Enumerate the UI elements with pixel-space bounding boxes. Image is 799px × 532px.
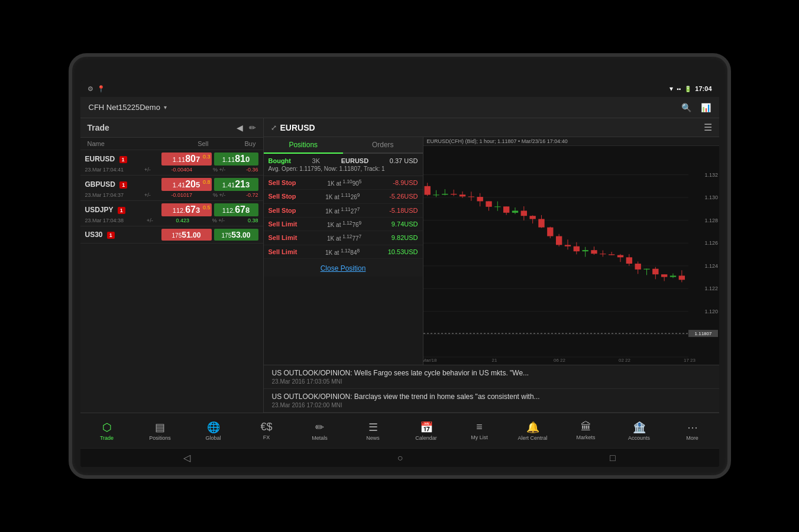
nav-calendar[interactable]: 📅 Calendar	[400, 419, 453, 443]
order-type-0: Sell Stop	[269, 179, 296, 186]
gbpusd-buy-box[interactable]: 1.41213	[214, 178, 258, 191]
title-bar-right: 🔍 📊	[681, 103, 711, 112]
trade-panel: Trade ◀ ✏ Name Sell Buy EURUSD 1	[80, 118, 264, 413]
tab-orders[interactable]: Orders	[343, 137, 423, 153]
collapse-icon[interactable]: ◀	[237, 123, 243, 132]
order-type-2: Sell Stop	[269, 207, 296, 214]
search-icon[interactable]: 🔍	[681, 103, 691, 112]
trade-panel-header: Trade ◀ ✏	[80, 118, 263, 138]
news-meta-0: 23.Mar 2016 17:03:05 MNI	[272, 378, 711, 385]
chart-area: EURUSD(CFH) (Bid); 1 hour; 1.11807 • Mar…	[423, 137, 719, 365]
battery-icon: 🔋	[684, 86, 691, 92]
col-buy: Buy	[209, 140, 256, 147]
nav-more[interactable]: ⋯ More	[666, 419, 719, 443]
news-title-1: US OUTLOOK/OPINION: Barclays view the tr…	[272, 392, 711, 401]
order-row-4[interactable]: Sell Limit 1K at 1.12777 9.82USD	[264, 231, 423, 245]
order-row-3[interactable]: Sell Limit 1K at 1.12769 9.74USD	[264, 218, 423, 231]
order-row-0[interactable]: Sell Stop 1K at 1.10905 -8.9USD	[264, 176, 423, 190]
us30-buy-box[interactable]: 17553.00	[214, 229, 258, 241]
gbpusd-change-abs: -0.01017	[172, 192, 193, 198]
usdjpy-change-pct: 0.38	[248, 218, 258, 223]
eurusd-plusminus: +/-	[144, 167, 151, 173]
close-position-button[interactable]: Close Position	[321, 264, 366, 273]
main-content: Trade ◀ ✏ Name Sell Buy EURUSD 1	[80, 118, 719, 413]
nav-alert-central[interactable]: 🔔 Alert Central	[506, 419, 559, 443]
close-position-container: Close Position	[264, 259, 423, 277]
us30-sell-main: 51.00	[182, 230, 200, 239]
chart-icon[interactable]: 📊	[701, 103, 711, 112]
order-type-3: Sell Limit	[269, 220, 297, 228]
position-info: Bought 3K EURUSD 0.37 USD Avg. Open: 1.1…	[264, 154, 423, 176]
trade-row-us30[interactable]: US30 1 17551.00 17553.00	[80, 226, 263, 244]
expand-arrows-icon: ⤢	[271, 124, 277, 132]
eurusd-buy-box[interactable]: 1.11810	[214, 153, 258, 166]
fx-label: FX	[263, 434, 270, 440]
mylist-icon: ≡	[476, 421, 483, 433]
order-row-1[interactable]: Sell Stop 1K at 1.11269 -5.26USD	[264, 190, 423, 203]
chart-info-bar: EURUSD(CFH) (Bid); 1 hour; 1.11807 • Mar…	[423, 137, 719, 146]
us30-buy-prefix: 175	[222, 232, 232, 239]
news-item-0[interactable]: US OUTLOOK/OPINION: Wells Fargo sees lat…	[264, 365, 719, 389]
tab-positions[interactable]: Positions	[264, 137, 344, 154]
dropdown-icon[interactable]: ▾	[164, 104, 167, 111]
mylist-label: My List	[471, 434, 488, 440]
recents-button[interactable]: □	[610, 453, 616, 463]
metals-label: Metals	[312, 435, 328, 441]
gbpusd-date: 23.Mar 17:04:37	[85, 192, 124, 198]
nav-markets[interactable]: 🏛 Markets	[559, 419, 613, 443]
fx-icon: €$	[260, 421, 272, 433]
gbpusd-symbol: GBPUSD 1	[85, 180, 161, 189]
us30-sell-box[interactable]: 17551.00	[161, 229, 212, 241]
home-button[interactable]: ○	[397, 453, 403, 463]
markets-label: Markets	[576, 434, 595, 440]
status-right: ▾ ▪▪ 🔋 17:04	[669, 85, 711, 93]
edit-icon[interactable]: ✏	[249, 123, 256, 132]
nav-positions[interactable]: ▤ Positions	[134, 419, 187, 443]
trade-row-usdjpy[interactable]: USDJPY 1 112.673 0.5 112.678 23.	[80, 201, 263, 226]
positions-icon: ▤	[155, 421, 165, 434]
order-detail-2: 1K at 1.11277	[325, 206, 360, 215]
order-pnl-3: 9.74USD	[392, 220, 418, 228]
back-button[interactable]: ◁	[183, 452, 190, 463]
usdjpy-badge: 1	[118, 207, 125, 214]
order-detail-1: 1K at 1.11269	[325, 192, 360, 200]
trade-icon: ⬡	[102, 421, 112, 434]
nav-metals[interactable]: ✏ Metals	[293, 419, 347, 443]
gbpusd-buy-main: 213	[235, 179, 250, 189]
col-headers: Name Sell Buy	[80, 138, 263, 150]
nav-global[interactable]: 🌐 Global	[187, 419, 240, 443]
us30-symbol: US30 1	[85, 231, 161, 239]
order-detail-5: 1K at 1.12848	[325, 248, 360, 256]
trade-row-gbpusd[interactable]: GBPUSD 1 1.41205 0.8 1.41213 23.	[80, 176, 263, 201]
nav-mylist[interactable]: ≡ My List	[453, 419, 506, 443]
order-row-5[interactable]: Sell Limit 1K at 1.12848 10.53USD	[264, 245, 423, 259]
usdjpy-plusminus: +/-	[147, 218, 153, 223]
order-row-2[interactable]: Sell Stop 1K at 1.11277 -5.18USD	[264, 204, 423, 218]
right-panel: ⤢ EURUSD ☰ Positions Orders	[264, 118, 719, 413]
gbpusd-sell-box[interactable]: 1.41205 0.8	[161, 178, 212, 191]
order-pnl-2: -5.18USD	[389, 207, 418, 214]
eurusd-change-abs: -0.00404	[172, 167, 193, 173]
time-display: 17:04	[695, 85, 711, 92]
order-detail-3: 1K at 1.12769	[327, 220, 361, 228]
title-bar: CFH Net15225Demo ▾ 🔍 📊	[80, 97, 719, 118]
usdjpy-sell-box[interactable]: 112.673 0.5	[161, 203, 212, 216]
menu-icon[interactable]: ☰	[704, 122, 712, 133]
nav-accounts[interactable]: 🏦 Accounts	[613, 419, 666, 443]
gbpusd-badge: 1	[119, 181, 127, 189]
eurusd-sell-box[interactable]: 1.11807 0.3	[161, 153, 212, 166]
usdjpy-buy-box[interactable]: 112.678	[214, 203, 258, 216]
trade-row-eurusd[interactable]: EURUSD 1 1.11807 0.3 1.11810 23.	[80, 150, 263, 176]
gbpusd-change-pct: -0.72	[246, 192, 258, 198]
eurusd-sell-prefix: 1.11	[173, 156, 185, 163]
status-bar: ⚙ 📍 ▾ ▪▪ 🔋 17:04	[80, 80, 719, 97]
nav-news[interactable]: ☰ News	[347, 419, 400, 443]
usdjpy-sell-main: 673	[185, 205, 200, 215]
right-panel-header: ⤢ EURUSD ☰	[264, 118, 719, 137]
nav-fx[interactable]: €$ FX	[240, 419, 293, 443]
positions-label: Positions	[149, 435, 171, 441]
us30-buy-main: 53.00	[231, 230, 250, 239]
wifi-icon: ▾	[669, 85, 673, 93]
news-item-1[interactable]: US OUTLOOK/OPINION: Barclays view the tr…	[264, 389, 719, 413]
nav-trade[interactable]: ⬡ Trade	[80, 419, 134, 443]
